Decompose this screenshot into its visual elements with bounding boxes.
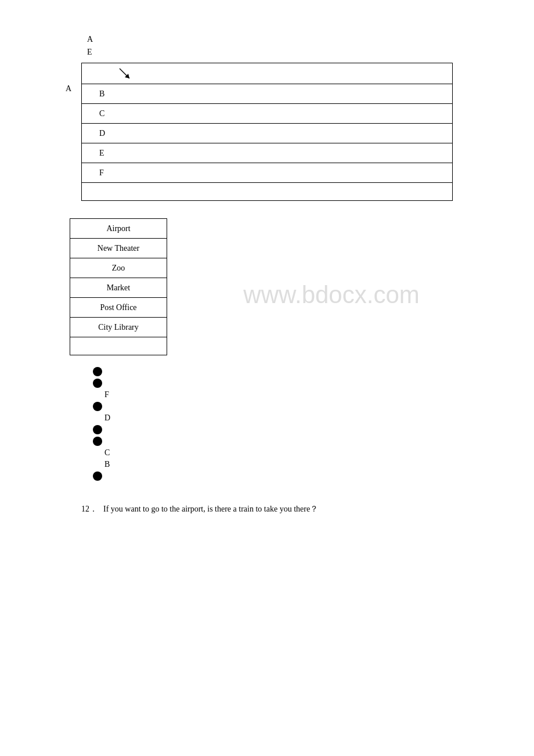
table-row-e: E <box>82 143 452 163</box>
bullet-dot-5 <box>93 437 102 446</box>
bullet-4 <box>93 425 488 434</box>
table-row-empty-2 <box>70 337 167 355</box>
table-row-market: Market <box>70 278 167 298</box>
bullet-dot-1 <box>93 367 102 376</box>
bullet-dot-6 <box>93 471 102 481</box>
table-row-city-library: City Library <box>70 318 167 337</box>
question-number-12: 12． <box>81 504 99 514</box>
watermark: www.bdocx.com <box>243 281 419 309</box>
table-1: A B C D E F <box>81 63 453 201</box>
table-row-empty <box>82 183 452 200</box>
bullet-2 <box>93 379 488 388</box>
row-e-label: E <box>99 149 104 158</box>
table-2: Airport New Theater Zoo Market Post Offi… <box>70 218 167 355</box>
airport-label: Airport <box>106 224 130 233</box>
table-header-row <box>82 63 452 84</box>
row-c-label: C <box>99 109 104 118</box>
question-text-12: If you want to go to the airport, is the… <box>103 504 318 514</box>
bullet-dot-2 <box>93 379 102 388</box>
bullet-5 <box>93 437 488 446</box>
new-theater-label: New Theater <box>98 244 139 253</box>
bullet-6 <box>93 471 488 481</box>
bullet-section: F D C B <box>93 367 488 481</box>
post-office-label: Post Office <box>100 303 136 312</box>
table-row-airport: Airport <box>70 219 167 239</box>
bullet-dot-4 <box>93 425 102 434</box>
question-section: 12． If you want to go to the airport, is… <box>81 504 488 514</box>
bullet-dot-3 <box>93 402 102 411</box>
table-row-new-theater: New Theater <box>70 239 167 258</box>
table-row-d: D <box>82 124 452 143</box>
top-labels: A E <box>46 35 488 57</box>
zoo-label: Zoo <box>112 264 125 273</box>
bullet-label-f: F <box>104 390 488 399</box>
question-12: 12． If you want to go to the airport, is… <box>81 504 488 514</box>
bullet-3 <box>93 402 488 411</box>
table-row-post-office: Post Office <box>70 298 167 318</box>
market-label: Market <box>107 283 130 293</box>
city-library-label: City Library <box>98 323 139 332</box>
label-a-top: A <box>87 35 488 44</box>
bullet-label-b: B <box>104 460 488 469</box>
label-e-top: E <box>87 48 488 57</box>
row-b-label: B <box>99 89 104 99</box>
table-row-c: C <box>82 104 452 124</box>
bullet-label-d: D <box>104 413 488 423</box>
bullet-1 <box>93 367 488 376</box>
row-d-label: D <box>99 129 105 138</box>
diagonal-arrow-icon <box>117 66 134 85</box>
bullet-label-c: C <box>104 448 488 458</box>
table-row-f: F <box>82 163 452 183</box>
row-f-label: F <box>99 168 104 178</box>
table-row-zoo: Zoo <box>70 258 167 278</box>
row-label-a: A <box>66 84 71 93</box>
table-row-b: B <box>82 84 452 104</box>
